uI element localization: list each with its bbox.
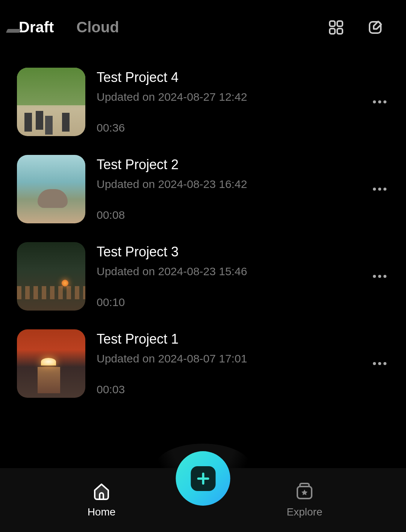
project-title: Test Project 2 [97, 157, 359, 173]
project-info: Test Project 1 Updated on 2024-08-07 17:… [97, 329, 359, 398]
grid-view-button[interactable] [328, 19, 344, 36]
tabs-container: Draft Cloud [19, 19, 328, 36]
header-actions [328, 19, 383, 36]
more-icon [373, 100, 386, 103]
explore-icon [295, 482, 314, 502]
nav-label: Explore [287, 506, 323, 518]
project-updated: Updated on 2024-08-27 12:42 [97, 91, 359, 103]
more-options-button[interactable] [370, 362, 389, 365]
project-item[interactable]: Test Project 1 Updated on 2024-08-07 17:… [17, 320, 389, 407]
project-duration: 00:03 [97, 383, 359, 396]
svg-rect-1 [337, 21, 342, 26]
grid-icon [329, 20, 344, 35]
more-options-button[interactable] [370, 100, 389, 103]
more-icon [373, 188, 386, 191]
edit-icon [368, 20, 383, 35]
nav-home[interactable]: Home [0, 482, 203, 518]
header: Draft Cloud [0, 0, 406, 47]
edit-button[interactable] [367, 19, 383, 36]
project-updated: Updated on 2024-08-23 15:46 [97, 265, 359, 278]
project-duration: 00:08 [97, 209, 359, 221]
nav-explore[interactable]: Explore [203, 482, 406, 518]
project-duration: 00:36 [97, 121, 359, 134]
project-item[interactable]: Test Project 4 Updated on 2024-08-27 12:… [17, 58, 389, 146]
more-icon [373, 275, 386, 278]
project-list: Test Project 4 Updated on 2024-08-27 12:… [0, 47, 406, 407]
svg-rect-0 [330, 21, 335, 26]
project-thumbnail [17, 242, 85, 311]
tab-label: Cloud [76, 19, 119, 35]
project-updated: Updated on 2024-08-23 16:42 [97, 178, 359, 191]
bottom-nav: Home Explore [0, 468, 406, 532]
svg-rect-2 [330, 29, 335, 34]
project-thumbnail [17, 329, 85, 398]
plus-icon [191, 466, 215, 491]
project-info: Test Project 2 Updated on 2024-08-23 16:… [97, 155, 359, 223]
tab-cloud[interactable]: Cloud [76, 19, 119, 36]
more-icon [373, 362, 386, 365]
create-button[interactable] [176, 451, 230, 506]
project-duration: 00:10 [97, 296, 359, 309]
tab-label: Draft [19, 19, 54, 35]
more-options-button[interactable] [370, 275, 389, 278]
project-thumbnail [17, 155, 85, 223]
project-thumbnail [17, 68, 85, 136]
project-title: Test Project 3 [97, 244, 359, 260]
project-title: Test Project 1 [97, 331, 359, 347]
project-item[interactable]: Test Project 2 Updated on 2024-08-23 16:… [17, 146, 389, 233]
nav-label: Home [88, 506, 116, 518]
home-icon [92, 482, 111, 502]
project-updated: Updated on 2024-08-07 17:01 [97, 352, 359, 365]
svg-rect-3 [337, 29, 342, 34]
tab-active-underline [6, 29, 21, 33]
project-title: Test Project 4 [97, 70, 359, 85]
project-info: Test Project 4 Updated on 2024-08-27 12:… [97, 68, 359, 136]
project-info: Test Project 3 Updated on 2024-08-23 15:… [97, 242, 359, 311]
project-item[interactable]: Test Project 3 Updated on 2024-08-23 15:… [17, 233, 389, 320]
more-options-button[interactable] [370, 188, 389, 191]
tab-draft[interactable]: Draft [19, 19, 54, 36]
